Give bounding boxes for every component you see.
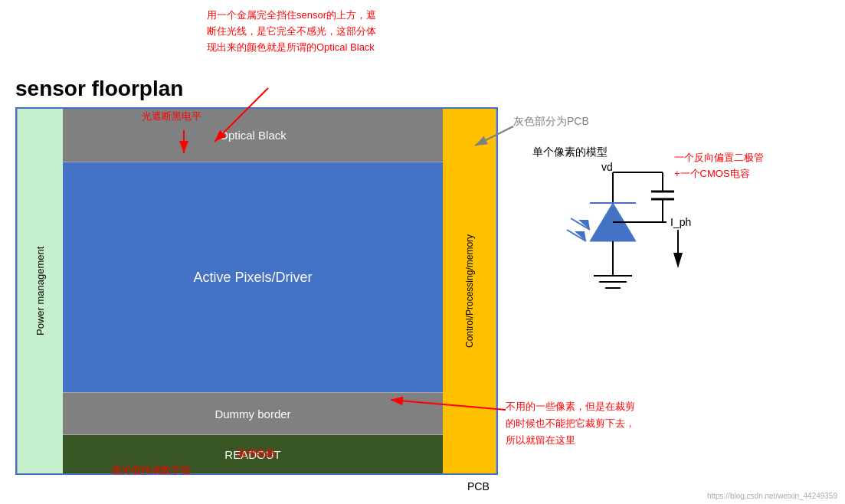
readout-circuit-label: 该州电路 [236, 447, 276, 460]
floorplan-container: Power management Optical Black Active Pi… [15, 107, 498, 475]
active-pixels-row: Active Pixels/Driver [63, 162, 443, 393]
svg-text:vd: vd [601, 161, 613, 173]
pixel-diagram: vd I_ph [536, 157, 712, 326]
pcb-label: PCB [467, 480, 490, 493]
ob-annotation: 光遮断黑电平 [142, 110, 201, 123]
svg-marker-11 [673, 253, 683, 268]
center-area: Optical Black Active Pixels/Driver Dummy… [63, 109, 443, 473]
top-red-annotation: 用一个金属完全挡住sensor的上方，遮 断住光线，是它完全不感光，这部分体 现… [207, 8, 467, 55]
watermark: https://blog.csdn.net/weixin_44249359 [707, 492, 837, 500]
bottom-red-annotation: 不用的一些像素，但是在裁剪 的时候也不能把它裁剪下去， 所以就留在这里 [506, 398, 766, 449]
optical-black-row: Optical Black [63, 109, 443, 162]
control-col: Control/Processing/memory [443, 109, 496, 473]
page-title: sensor floorplan [15, 77, 183, 101]
dummy-border-row: Dummy border [63, 393, 443, 435]
power-management-label: Power management [17, 109, 63, 473]
pcb-gray-annotation: 灰色部分为PCB [513, 115, 589, 129]
readout-sub-label: 感光值转成数字值 [111, 463, 191, 477]
svg-text:I_ph: I_ph [670, 216, 691, 228]
